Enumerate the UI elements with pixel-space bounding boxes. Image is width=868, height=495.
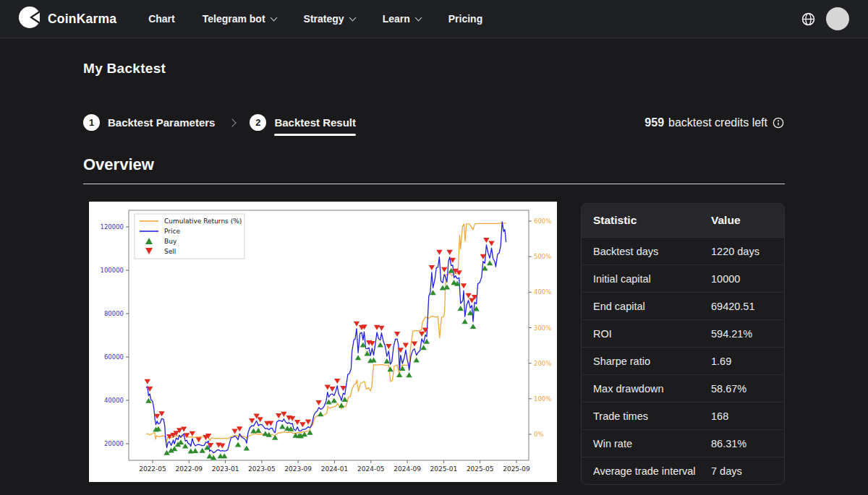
backtest-chart-svg: 200004000060000800001000001200000%100%20… [89,202,557,482]
svg-text:2023-05: 2023-05 [248,465,276,473]
stat-value: 86.31% [711,438,773,449]
step-number: 1 [83,114,100,131]
stat-label: Max drawdown [593,383,711,395]
svg-text:600%: 600% [534,218,551,225]
stat-label: Average trade interval [593,465,711,477]
svg-text:40000: 40000 [104,397,124,404]
table-row: Initial capital10000 [582,264,784,292]
globe-icon[interactable] [801,12,816,27]
info-icon[interactable] [772,116,785,129]
svg-text:2022-05: 2022-05 [139,465,166,473]
stats-table: Statistic Value Backtest days1220 daysIn… [581,203,785,485]
section-title: Overview [83,155,785,174]
stat-label: Initial capital [593,273,711,285]
svg-text:2024-05: 2024-05 [357,465,385,473]
table-row: ROI594.21% [582,319,784,347]
svg-text:Cumulative Returns (%): Cumulative Returns (%) [164,218,242,225]
header-value: Value [711,214,773,227]
table-row: Trade times168 [582,402,784,429]
chevron-down-icon [270,14,277,21]
svg-text:Sell: Sell [164,248,176,255]
credits-label: backtest credits left [668,116,767,129]
svg-text:300%: 300% [534,324,551,332]
stat-value: 10000 [711,273,773,285]
stat-value: 1.69 [711,356,773,367]
table-row: Average trade interval7 days [582,457,784,484]
stat-value: 7 days [711,465,773,477]
nav-item-strategy[interactable]: Strategy [304,13,355,25]
header-statistic: Statistic [593,214,711,227]
stat-value: 594.21% [711,328,773,340]
stat-label: Win rate [593,438,711,449]
nav-menu: Chart Telegram bot Strategy Learn Pricin… [148,13,482,25]
stat-label: Sharpe ratio [593,356,711,367]
stat-label: ROI [593,328,711,340]
svg-text:Price: Price [164,228,180,235]
svg-text:Buy: Buy [164,238,177,245]
stat-value: 69420.51 [711,301,773,312]
svg-text:2025-09: 2025-09 [503,465,530,473]
svg-text:80000: 80000 [104,310,124,317]
stat-label: Trade times [593,410,711,422]
svg-text:500%: 500% [534,253,551,260]
brand[interactable]: CoinKarma [19,7,116,31]
stepper: 1 Backtest Parameters 2 Backtest Result [83,114,356,131]
stat-label: End capital [593,301,711,312]
nav-item-learn[interactable]: Learn [383,13,421,25]
table-row: End capital69420.51 [582,292,784,319]
stats-table-header: Statistic Value [582,204,784,237]
step-label: Backtest Parameters [108,116,215,129]
svg-text:2025-01: 2025-01 [430,465,458,473]
stat-label: Backtest days [593,246,711,257]
svg-text:2024-01: 2024-01 [321,465,349,473]
nav-item-pricing[interactable]: Pricing [448,13,482,25]
avatar[interactable] [826,7,849,30]
svg-text:0%: 0% [534,431,544,438]
step-backtest-parameters[interactable]: 1 Backtest Parameters [83,114,215,131]
brand-name: CoinKarma [48,12,116,27]
svg-text:100000: 100000 [101,267,124,274]
svg-text:2025-05: 2025-05 [467,465,494,473]
table-row: Sharpe ratio1.69 [582,347,784,374]
top-nav: CoinKarma Chart Telegram bot Strategy Le… [0,0,868,38]
table-row: Max drawdown58.67% [582,374,784,402]
svg-text:20000: 20000 [104,440,124,447]
svg-text:2023-09: 2023-09 [284,465,312,473]
stat-value: 168 [711,410,773,422]
nav-item-chart[interactable]: Chart [148,13,175,25]
stat-value: 58.67% [711,383,773,395]
stats-table-body: Backtest days1220 daysInitial capital100… [582,237,784,484]
credits-left: 959 backtest credits left [644,116,785,129]
backtest-chart: 200004000060000800001000001200000%100%20… [89,202,557,482]
coinkarma-logo-icon [19,7,41,31]
credits-count: 959 [644,116,664,129]
step-number: 2 [250,114,266,131]
nav-item-telegram-bot[interactable]: Telegram bot [203,13,276,25]
svg-text:200%: 200% [534,360,551,367]
stat-value: 1220 days [711,246,773,257]
page-title: My Backtest [83,61,785,77]
svg-text:120000: 120000 [101,223,124,231]
chevron-down-icon [414,14,422,21]
svg-text:2024-09: 2024-09 [393,465,421,473]
chevron-right-icon [229,119,237,126]
section-divider [83,184,785,184]
step-label-active: Backtest Result [274,116,356,129]
table-row: Win rate86.31% [582,429,784,457]
svg-text:2022-09: 2022-09 [175,465,203,473]
step-backtest-result[interactable]: 2 Backtest Result [250,114,356,131]
svg-text:60000: 60000 [104,353,124,361]
chevron-down-icon [349,14,356,21]
svg-text:2023-01: 2023-01 [212,465,239,473]
table-row: Backtest days1220 days [582,237,784,264]
svg-text:100%: 100% [534,395,551,403]
svg-text:400%: 400% [534,288,551,296]
